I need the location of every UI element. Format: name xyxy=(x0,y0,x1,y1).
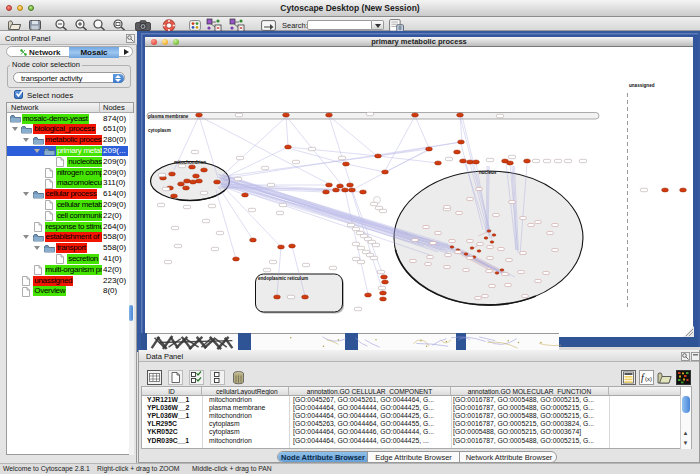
svg-text:mitochondrion: mitochondrion xyxy=(174,160,206,165)
svg-text:endoplasmic reticulum: endoplasmic reticulum xyxy=(258,276,308,281)
svg-text:plasma membrane: plasma membrane xyxy=(148,114,189,119)
svg-text:(x): (x) xyxy=(645,376,652,382)
svg-text:unassigned: unassigned xyxy=(629,83,655,88)
svg-text:nucleus: nucleus xyxy=(479,170,497,175)
svg-text:cytoplasm: cytoplasm xyxy=(148,128,171,133)
